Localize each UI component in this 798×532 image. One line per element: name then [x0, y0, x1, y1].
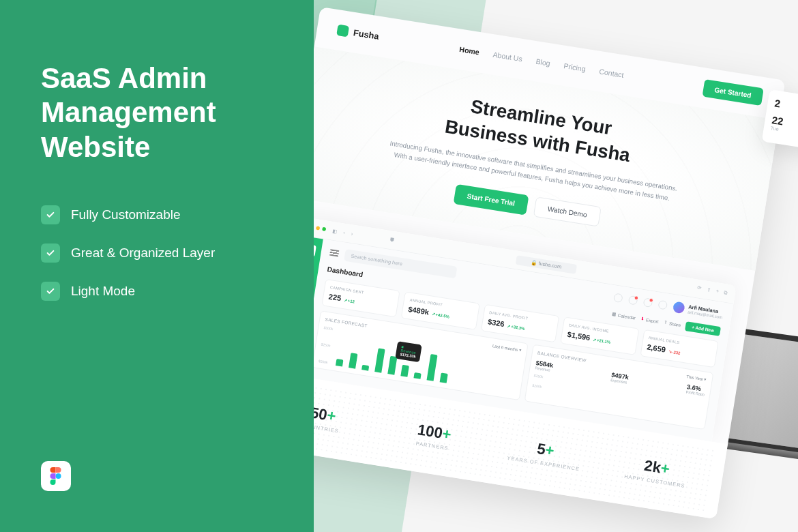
maximize-icon — [322, 227, 326, 231]
feature-list: Fully Customizable Great & Organized Lay… — [41, 205, 273, 301]
promo-title-line: Management — [41, 96, 216, 128]
stat-experience: 5+YEARS OF EXPERIENCE — [494, 433, 597, 474]
promo-title-line: Website — [41, 131, 150, 163]
kpi-card: DAILY AVG. INCOME$1,596↗+21.1% — [560, 316, 639, 355]
chart-y-axis: $300k$250k$200k — [319, 325, 334, 364]
promo-panel: SaaS Admin Management Website Fully Cust… — [0, 0, 314, 532]
feature-label: Light Mode — [71, 284, 135, 299]
export-icon: ⬇ — [640, 316, 645, 322]
share-icon: ⇧ — [706, 286, 711, 293]
theme-toggle-icon[interactable] — [613, 293, 623, 303]
kpi-delta: ↗+32.3% — [507, 323, 525, 331]
back-icon: ‹ — [343, 229, 346, 235]
chart-bar — [336, 359, 344, 366]
bell-icon[interactable] — [642, 297, 653, 308]
feature-item: Light Mode — [41, 282, 273, 301]
chart-tooltip: ■ Revenue$172.33k — [395, 341, 422, 362]
kpi-delta: ↗+12 — [344, 297, 355, 304]
feature-item: Great & Organized Layer — [41, 243, 273, 263]
share-action[interactable]: ⇪Share — [663, 320, 681, 327]
kpi-value: $489k — [408, 305, 430, 317]
calendar-icon: ▦ — [611, 312, 617, 317]
feature-label: Fully Customizable — [71, 207, 181, 222]
kpi-value: 225 — [328, 292, 342, 303]
stat-customers: 2k+HAPPY CUSTOMERS — [605, 451, 708, 492]
export-action[interactable]: ⬇Export — [640, 316, 660, 324]
figma-icon — [41, 461, 71, 491]
badge-icon — [634, 295, 638, 300]
badge-icon — [649, 298, 653, 303]
period-dropdown[interactable]: Last 6 months ▾ — [492, 343, 522, 353]
watch-demo-button[interactable]: Watch Demo — [533, 196, 602, 226]
nav-blog[interactable]: Blog — [535, 57, 551, 67]
add-icon: + — [715, 288, 720, 295]
avatar-icon — [673, 301, 685, 314]
lock-icon: 🔒 — [531, 259, 537, 266]
period-dropdown[interactable]: This Year ▾ — [686, 374, 707, 382]
user-menu[interactable]: Arfi Maulanaarfi.mau@mail.com — [673, 301, 724, 320]
kpi-delta: ↗+21.1% — [593, 337, 611, 344]
stat-value: 100 — [417, 421, 444, 441]
shield-icon: ⛊ — [389, 237, 396, 243]
kpi-delta: ↗+42.5% — [432, 312, 450, 319]
share-icon: ⇪ — [663, 320, 668, 325]
kpi-value: $1,596 — [567, 329, 591, 342]
check-icon — [41, 243, 60, 263]
add-new-button[interactable]: + Add New — [685, 321, 721, 336]
brand-name: Fusha — [353, 27, 380, 41]
chart-bar — [387, 356, 397, 374]
plus-icon: + — [441, 424, 453, 443]
app-grid-icon[interactable] — [657, 300, 668, 310]
kpi-value: 2,659 — [647, 342, 666, 354]
check-icon — [41, 282, 60, 301]
chart-bar — [361, 365, 369, 370]
nav-contact[interactable]: Contact — [599, 68, 625, 79]
forward-icon: › — [351, 231, 353, 237]
check-icon — [41, 205, 60, 224]
kpi-card: ANNUAL DEALS2,659↘-232 — [640, 329, 719, 367]
feature-item: Fully Customizable — [41, 205, 273, 224]
search-placeholder: Search something here — [351, 253, 402, 267]
promo-title: SaaS Admin Management Website — [41, 61, 273, 164]
chart-bar — [427, 354, 438, 381]
feature-label: Great & Organized Layer — [71, 246, 215, 261]
plus-icon: + — [544, 441, 556, 459]
menu-icon[interactable] — [329, 249, 339, 256]
tabs-icon: ⧉ — [724, 289, 728, 296]
nav-about[interactable]: About Us — [492, 50, 523, 63]
plus-icon: + — [326, 407, 338, 425]
sidebar-toggle-icon: ◧ — [331, 228, 338, 234]
brand-icon — [336, 25, 349, 38]
chart-bar — [440, 373, 448, 383]
stat-partners: 100+PARTNERS — [383, 415, 486, 456]
brand[interactable]: Fusha — [336, 25, 380, 42]
promo-title-line: SaaS Admin — [41, 62, 207, 94]
calendar-action[interactable]: ▦Calendar — [611, 312, 636, 321]
cart-icon[interactable] — [628, 295, 638, 306]
start-trial-button[interactable]: Start Free Trial — [454, 183, 529, 215]
chart-bar — [349, 353, 357, 368]
site-mock: Fusha Home About Us Blog Pricing Contact… — [251, 7, 785, 519]
chart-bar — [400, 364, 409, 376]
kpi-card: ANNUAL PROFIT$489k↗+42.5% — [401, 291, 480, 329]
refresh-icon: ⟳ — [697, 285, 703, 292]
kpi-value: $326 — [487, 317, 505, 329]
get-started-button[interactable]: Get Started — [702, 79, 764, 106]
url-text: fusha.com — [538, 261, 562, 269]
plus-icon: + — [660, 459, 671, 477]
chart-bar — [413, 372, 421, 379]
page-title: Dashboard — [327, 265, 364, 278]
minimize-icon — [316, 226, 320, 230]
chart-bar — [374, 349, 385, 372]
kpi-card: CAMPAIGN SENT225↗+12 — [321, 279, 400, 317]
nav-pricing[interactable]: Pricing — [563, 62, 587, 73]
svg-point-0 — [56, 473, 61, 479]
nav-home[interactable]: Home — [459, 46, 480, 57]
kpi-delta: ↘-232 — [668, 349, 681, 356]
kpi-card: DAILY AVG. PROFIT$326↗+32.3% — [481, 304, 560, 342]
